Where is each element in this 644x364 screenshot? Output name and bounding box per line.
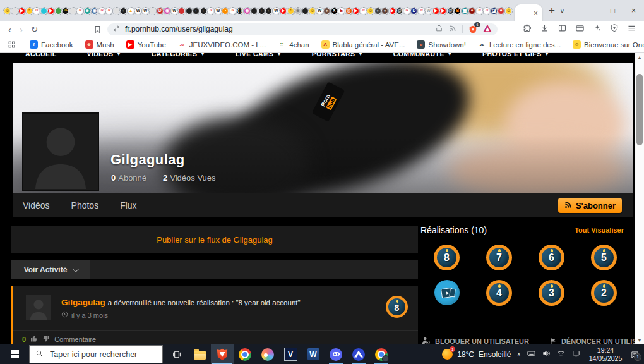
- block-user-button[interactable]: BLOQUER UN UTILISATEUR: [422, 336, 529, 344]
- browser-tab[interactable]: ▶: [280, 1, 287, 20]
- main-nav-item[interactable]: CATÉGORIES▼: [152, 53, 205, 58]
- browser-tab[interactable]: ♥: [498, 1, 505, 20]
- thumbs-up-icon[interactable]: [30, 335, 38, 344]
- page-scrollbar[interactable]: ▲ ▼: [635, 53, 644, 344]
- browser-tab[interactable]: [55, 1, 63, 20]
- close-button[interactable]: ×: [623, 0, 644, 21]
- browser-tab[interactable]: [186, 1, 193, 20]
- main-nav-item[interactable]: VIDÉOS▼: [86, 53, 121, 58]
- extensions-icon[interactable]: [522, 23, 532, 35]
- taskbar-app-nordvpn[interactable]: [347, 344, 370, 364]
- back-button[interactable]: ‹: [8, 25, 11, 34]
- browser-tab[interactable]: [11, 1, 19, 20]
- start-button[interactable]: [0, 344, 29, 364]
- browser-tab[interactable]: ◉: [91, 1, 98, 20]
- profile-tab[interactable]: Flux: [120, 200, 136, 210]
- taskbar-app-word[interactable]: W: [302, 344, 325, 364]
- clock[interactable]: 19:24 14/05/2025: [587, 346, 624, 362]
- main-nav-item[interactable]: LIVE CAMS▼: [236, 53, 282, 58]
- browser-tab[interactable]: JV: [403, 1, 411, 20]
- browser-tab[interactable]: ☻: [294, 1, 302, 20]
- browser-tab[interactable]: *: [26, 1, 33, 20]
- comment-link[interactable]: Commentaire: [54, 336, 96, 343]
- browser-tab[interactable]: @: [447, 1, 455, 20]
- browser-tab[interactable]: ◪: [491, 1, 498, 20]
- browser-tab[interactable]: B: [454, 1, 462, 20]
- browser-tab[interactable]: ☺: [4, 1, 11, 20]
- main-nav-item[interactable]: COMMUNAUTÉ▼: [393, 53, 452, 58]
- browser-tab[interactable]: ▦: [462, 1, 469, 20]
- browser-tab[interactable]: ◉: [164, 1, 171, 20]
- activity-username-link[interactable]: Gilgagulag: [61, 298, 105, 307]
- browser-tab[interactable]: ●: [381, 1, 389, 20]
- profile-tab[interactable]: Vidéos: [23, 200, 50, 210]
- browser-tab[interactable]: W: [142, 1, 150, 20]
- main-nav-item[interactable]: PORNSTARS▼: [312, 53, 363, 58]
- browser-tab[interactable]: JV: [418, 1, 426, 20]
- bookmark-item[interactable]: ☺Bienvenue sur Onch...: [573, 40, 644, 49]
- browser-tab[interactable]: ▶: [432, 1, 440, 20]
- scroll-down-icon[interactable]: ▼: [635, 336, 644, 344]
- bookmark-item[interactable]: JSLecture en ligne des...: [478, 40, 561, 49]
- activity-achievement-badge[interactable]: 8: [386, 296, 408, 318]
- address-bar[interactable]: fr.pornhub.com/users/gilgagulag 6: [107, 23, 498, 35]
- achievement-badge[interactable]: 7: [486, 245, 512, 270]
- browser-tab[interactable]: W: [316, 1, 324, 20]
- browser-tab[interactable]: ●: [374, 1, 382, 20]
- browser-tab[interactable]: ☻: [84, 1, 92, 20]
- browser-tab[interactable]: W: [215, 1, 222, 20]
- browser-tab[interactable]: JV: [98, 1, 106, 20]
- browser-tab[interactable]: ☺: [505, 1, 513, 20]
- browser-tab[interactable]: W: [171, 1, 179, 20]
- taskbar-app-chrome-profile[interactable]: [370, 344, 393, 364]
- main-nav-item[interactable]: PHOTOS ET GIFS▼: [482, 53, 549, 58]
- activity-filter-dropdown[interactable]: Voir Activité: [11, 260, 90, 279]
- browser-tab[interactable]: JV: [229, 1, 237, 20]
- browser-tab[interactable]: ●: [323, 1, 331, 20]
- main-nav-item[interactable]: ACCUEIL: [25, 53, 56, 58]
- bookmark-item[interactable]: ☻Mush: [85, 40, 114, 49]
- weather-widget[interactable]: 1 18°C Ensoleillé: [442, 349, 511, 360]
- reload-button[interactable]: ↻: [31, 25, 38, 33]
- browser-tab[interactable]: ◐: [258, 1, 266, 20]
- active-tab[interactable]: ×: [515, 4, 542, 21]
- taskbar-app-discord[interactable]: [325, 344, 347, 364]
- browser-tab[interactable]: ▶: [47, 1, 55, 20]
- bookmark-item[interactable]: fFacebook: [30, 40, 73, 49]
- activity-avatar[interactable]: [26, 295, 51, 320]
- photo-achievement-badge[interactable]: [434, 280, 460, 305]
- browser-tab[interactable]: [149, 1, 157, 20]
- browser-tab[interactable]: JV: [476, 1, 484, 20]
- browser-tab[interactable]: ◎: [345, 1, 353, 20]
- bookmark-item[interactable]: ▶YouTube: [126, 40, 166, 49]
- browser-tab[interactable]: X: [331, 1, 338, 20]
- taskbar-app-chrome[interactable]: [234, 344, 256, 364]
- bookmark-item[interactable]: eShowdown!: [417, 40, 465, 49]
- share-icon[interactable]: [435, 23, 443, 35]
- report-user-button[interactable]: DÉNONCER UN UTILISATEUR: [549, 337, 644, 345]
- profile-tab[interactable]: Photos: [71, 200, 99, 210]
- scroll-up-icon[interactable]: ▲: [635, 53, 644, 61]
- site-settings-icon[interactable]: [113, 23, 121, 35]
- achievement-badge[interactable]: 3: [539, 280, 564, 306]
- forward-button[interactable]: ›: [20, 25, 23, 34]
- browser-tab[interactable]: ☺: [309, 1, 316, 20]
- browser-tab[interactable]: @: [396, 1, 403, 20]
- browser-tab[interactable]: JV: [483, 1, 491, 20]
- profile-avatar[interactable]: [22, 112, 99, 191]
- apps-grid-icon[interactable]: [8, 40, 16, 49]
- hidden-icons-chevron[interactable]: ∧: [516, 351, 521, 358]
- bookmark-item[interactable]: ABlabla général - AVE...: [321, 40, 405, 49]
- browser-tab[interactable]: ▶: [389, 1, 397, 20]
- browser-tab[interactable]: JV: [207, 1, 215, 20]
- taskbar-app-file-explorer[interactable]: [188, 344, 211, 364]
- brave-shields-icon[interactable]: 6: [468, 25, 477, 34]
- achievement-badge[interactable]: 4: [486, 280, 512, 306]
- browser-tab[interactable]: JV: [360, 1, 367, 20]
- browser-tab[interactable]: *: [287, 1, 295, 20]
- tab-search-icon[interactable]: ∨: [552, 0, 573, 21]
- browser-tab[interactable]: ▲: [128, 1, 135, 20]
- taskbar-search-input[interactable]: [49, 349, 152, 360]
- leo-ai-icon[interactable]: [593, 23, 602, 35]
- browser-tab[interactable]: D: [157, 1, 164, 20]
